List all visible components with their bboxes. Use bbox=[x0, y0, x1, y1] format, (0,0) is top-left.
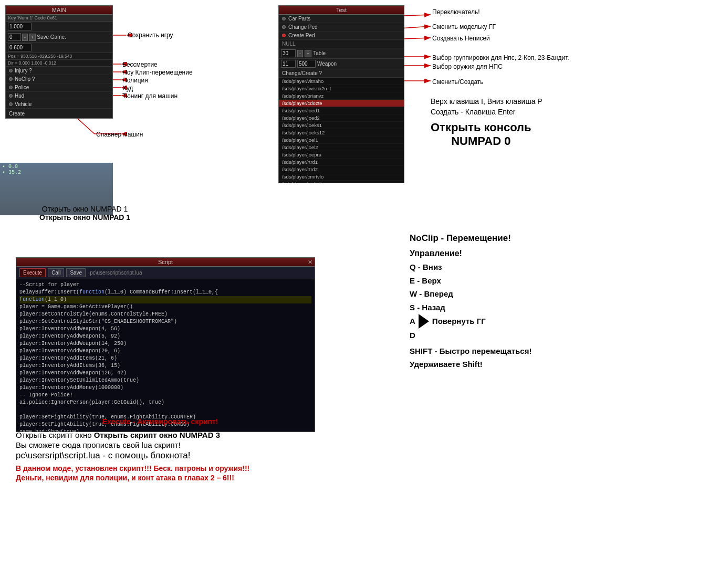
car-parts-label: Car Parts bbox=[288, 16, 310, 22]
table-input1[interactable] bbox=[281, 49, 296, 57]
annotation-noclip: Ноу Клип-перемещение bbox=[122, 69, 193, 76]
annotation-vehicle: Тюнинг для машин bbox=[122, 92, 178, 100]
code-line: player:InventoryAddItems(21, 6) bbox=[19, 355, 311, 362]
list-item[interactable]: /sds/player/cvezci2n_t bbox=[279, 85, 404, 92]
list-item[interactable]: /sds/player/ntpksl bbox=[279, 181, 404, 183]
menu-item-injury[interactable]: Injury ? bbox=[6, 67, 112, 75]
noclip-ad: A Повернуть ГГ bbox=[410, 314, 531, 329]
change-ped-dot bbox=[282, 25, 286, 29]
close-button[interactable]: ✕ bbox=[308, 259, 312, 266]
open-numpad1-text: Открыть окно NUMPAD 1 Открыть окно NUMPA… bbox=[39, 205, 130, 222]
code-line: player:InventorySetUnlimitedAmmo(true) bbox=[19, 377, 311, 384]
main-input-row2: - + Save Game. bbox=[6, 32, 112, 43]
weapon-label: Weapon bbox=[317, 61, 337, 67]
code-line: player:SetControlStyleStr("CS_ENABLESHOO… bbox=[19, 318, 311, 326]
console-numpad0: NUMPAD 0 bbox=[451, 134, 510, 148]
ann-create-ped: Создавать Неписей bbox=[432, 35, 490, 42]
main-input2[interactable] bbox=[8, 33, 21, 41]
test-change-ped[interactable]: Change Ped bbox=[279, 23, 404, 32]
test-window: Test Car Parts Change Ped Create Ped NUL… bbox=[278, 5, 404, 183]
list-item[interactable]: /sds/player/joepra bbox=[279, 151, 404, 159]
noclip-label: NoClip ? bbox=[15, 76, 35, 82]
pos-row2: Dir = 0.000 1.000 -0.012 bbox=[6, 60, 112, 67]
list-item-selected[interactable]: /sds/player/cdozte bbox=[279, 100, 404, 107]
ann-change-model: Сменить модельку ГГ bbox=[432, 23, 496, 30]
table-label: Table bbox=[313, 50, 326, 56]
noclip-q: Q - Вниз bbox=[410, 260, 531, 274]
menu-item-hud[interactable]: Hud bbox=[6, 92, 112, 100]
table-plus[interactable]: + bbox=[305, 50, 311, 57]
injury-label: Injury ? bbox=[15, 68, 32, 74]
execute-btn[interactable]: Execute bbox=[19, 268, 46, 277]
list-item[interactable]: /sds/player/joed2 bbox=[279, 114, 404, 122]
numpad3-line1: Открыть скрипт окно Открыть скрипт окно … bbox=[16, 430, 249, 439]
numpad3-bold: Открыть скрипт окно NUMPAD 3 bbox=[94, 430, 220, 439]
annotation-immortal: Бессмертие bbox=[122, 61, 158, 68]
test-car-parts[interactable]: Car Parts bbox=[279, 15, 404, 23]
script-title: Script ✕ bbox=[16, 258, 315, 267]
code-line: player:InventoryAddWeapon(126, 42) bbox=[19, 370, 311, 377]
annotation-save: Сохранить игру bbox=[128, 32, 173, 39]
change-create-row[interactable]: Change/Create ? bbox=[279, 69, 404, 78]
warning1: В данном моде, установлен скрипт!!! Беск… bbox=[16, 464, 249, 472]
main-input3[interactable] bbox=[8, 44, 32, 51]
code-area[interactable]: --Script for player DelayBuffer:Insert(f… bbox=[16, 279, 315, 432]
menu-item-noclip[interactable]: NoClip ? bbox=[6, 75, 112, 83]
code-line: player:InventoryAddItems(36, 15) bbox=[19, 362, 311, 370]
vehicle-label: Vehicle bbox=[15, 101, 32, 107]
table-minus[interactable]: - bbox=[297, 50, 303, 57]
minus-btn[interactable]: - bbox=[22, 34, 28, 41]
script-path: pc\userscript\script.lua bbox=[90, 270, 142, 276]
table-controls-row: - + Table bbox=[279, 48, 404, 59]
list-item[interactable]: /sds/player/joel1 bbox=[279, 136, 404, 144]
code-line: -- Ignore Police! bbox=[19, 392, 311, 399]
weapon-input1[interactable] bbox=[281, 60, 296, 68]
ann-switcher: Переключатель! bbox=[432, 8, 480, 16]
numpad1-key: Открыть окно NUMPAD 1 bbox=[39, 213, 130, 222]
code-line: player:SetControlStyle(enums.ControlStyl… bbox=[19, 311, 311, 318]
save-label: Save Game. bbox=[37, 34, 110, 40]
main-input1[interactable] bbox=[8, 23, 32, 30]
main-window: MAIN Key 'Num 1' Code 0x61 - + Save Game… bbox=[5, 5, 113, 119]
menu-item-police[interactable]: Police bbox=[6, 83, 112, 92]
test-create-ped[interactable]: Create Ped bbox=[279, 32, 404, 40]
list-item[interactable]: /sds/player/brianvz bbox=[279, 92, 404, 100]
arrow-icon bbox=[419, 314, 429, 329]
call-btn[interactable]: Call bbox=[48, 268, 64, 277]
ann-weapon: Выбор оружия для НПС bbox=[432, 63, 503, 70]
ann-keys-info: Верх клавиша I, Вниз клавиша P bbox=[431, 97, 542, 106]
plus-btn[interactable]: + bbox=[29, 34, 36, 41]
list-item[interactable]: /sds/player/joeks1 bbox=[279, 122, 404, 129]
save-btn[interactable]: Save bbox=[66, 268, 86, 277]
list-item[interactable]: /sds/player/joel2 bbox=[279, 144, 404, 151]
main-input-row1 bbox=[6, 22, 112, 32]
code-line bbox=[19, 406, 311, 414]
list-item[interactable]: /sds/player/rtrd1 bbox=[279, 159, 404, 166]
list-item[interactable]: /sds/player/joed1 bbox=[279, 107, 404, 114]
car-parts-dot bbox=[282, 17, 286, 20]
annotation-create: Спавнер машин bbox=[96, 131, 143, 138]
menu-item-vehicle[interactable]: Vehicle bbox=[6, 100, 112, 109]
noclip-shift1: SHIFT - Быстро перемещаться! bbox=[410, 344, 531, 358]
weapon-input2[interactable] bbox=[297, 60, 316, 68]
code-line: ai.police:IgnorePerson(player:GetGuid(),… bbox=[19, 399, 311, 406]
hud-dot bbox=[9, 94, 13, 98]
create-ped-label: Create Ped bbox=[288, 33, 315, 38]
ped-list[interactable]: /sds/player/vitnaho /sds/player/cvezci2n… bbox=[279, 78, 404, 183]
hud-label: Hud bbox=[15, 93, 24, 99]
list-item[interactable]: /sds/player/joeks12 bbox=[279, 129, 404, 136]
code-line: player:InventoryAddWeapon(5, 92) bbox=[19, 333, 311, 340]
code-line: player = Game.game:GetActivePlayer() bbox=[19, 303, 311, 311]
main-header: Key 'Num 1' Code 0x61 bbox=[6, 15, 112, 22]
noclip-title: NoClip - Перемещение! bbox=[410, 231, 531, 246]
list-item[interactable]: /sds/player/rtrd2 bbox=[279, 166, 404, 173]
list-item[interactable]: /sds/player/vitnaho bbox=[279, 78, 404, 85]
script-window: Script ✕ Execute Call Save pc\userscript… bbox=[16, 257, 315, 432]
noclip-e: E - Верх bbox=[410, 274, 531, 288]
code-line: player:InventoryAddWeapon(14, 250) bbox=[19, 340, 311, 348]
ann-create-key: Создать - Клавиша Enter bbox=[431, 108, 515, 116]
list-item[interactable]: /sds/player/cmrtvlo bbox=[279, 173, 404, 181]
create-item[interactable]: Create bbox=[6, 109, 112, 118]
noclip-ad-desc: Повернуть ГГ bbox=[432, 314, 486, 328]
police-label: Police bbox=[15, 85, 29, 90]
